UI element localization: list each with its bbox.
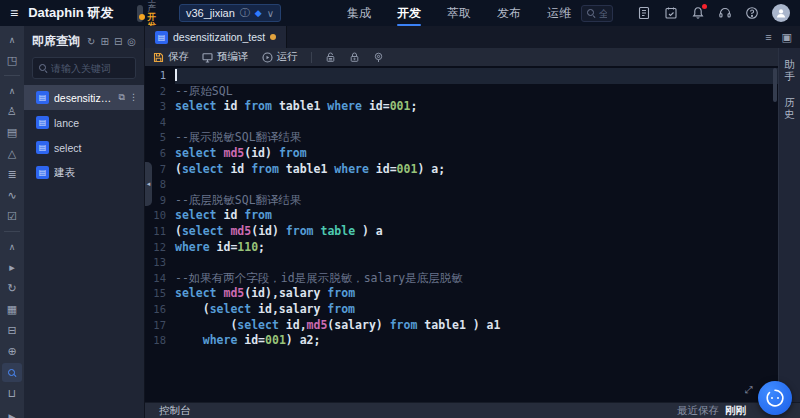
line-number: 1 [145, 68, 175, 84]
dashboard-icon[interactable]: ▦ [2, 300, 22, 319]
code-line[interactable]: 1 [145, 68, 778, 84]
code-line[interactable]: 18 where id=001) a2; [145, 333, 778, 349]
search-icon [587, 9, 595, 17]
code-line[interactable]: 12where id=110; [145, 240, 778, 256]
nav-item-2[interactable]: 开发 [397, 0, 421, 26]
code-line[interactable]: 17 (select id,md5(salary) from table1 ) … [145, 318, 778, 334]
help-icon[interactable] [745, 6, 759, 20]
precompile-button[interactable]: 预编译 [202, 50, 249, 64]
line-number: 11 [145, 224, 175, 240]
layers-icon[interactable]: ≣ [2, 165, 22, 184]
sync-icon[interactable]: ↻ [2, 279, 22, 298]
code-line[interactable]: 13 [145, 255, 778, 271]
editor-tabbar: ▤ desensitization_test ≡ ▣ [145, 26, 800, 48]
unsaved-dot [270, 34, 276, 40]
line-number: 14 [145, 271, 175, 287]
project-select[interactable]: v36_jixian ⓘ ◆ ∨ [179, 4, 281, 22]
file-item[interactable]: ▤desensitization_test⧉⋮ [24, 85, 144, 110]
code-line[interactable]: 6select md5(id) from [145, 146, 778, 162]
editor-tab[interactable]: ▤ desensitization_test [145, 26, 287, 48]
panel-collapse-handle[interactable]: ◂ [145, 162, 152, 206]
avatar[interactable] [772, 4, 790, 22]
locate-pin-icon[interactable] [373, 52, 384, 63]
code-line[interactable]: 2--原始SQL [145, 84, 778, 100]
nav-item-5[interactable]: 运维 [547, 0, 571, 26]
expand-rail-icon[interactable]: ▶ [2, 407, 22, 418]
new-folder-icon[interactable]: ⊟ [114, 36, 122, 47]
doc-list-icon[interactable] [637, 6, 651, 20]
send-icon[interactable]: △ [2, 144, 22, 163]
right-tab-1[interactable]: 助 手 [784, 58, 795, 82]
sidebar-search-input[interactable] [51, 63, 129, 74]
file-item[interactable]: ▤建表⧉⋮ [24, 160, 144, 185]
file-name: select [54, 142, 138, 154]
fullscreen-icon[interactable]: ⤢ [745, 384, 753, 396]
chart-icon[interactable]: ▤ [2, 123, 22, 142]
file-icon: ▤ [36, 141, 49, 154]
run-icon [262, 52, 273, 63]
code-line[interactable]: 4 [145, 115, 778, 131]
line-number: 16 [145, 302, 175, 318]
project-select-value: v36_jixian [186, 7, 235, 19]
code-line[interactable]: 7(select id from table1 where id=001) a; [145, 162, 778, 178]
new-file-icon[interactable]: ⊞ [100, 36, 108, 47]
code-line[interactable]: 9--底层脱敏SQL翻译结果 [145, 193, 778, 209]
target-icon[interactable]: ⊕ [2, 342, 22, 361]
sidebar-search[interactable] [32, 57, 136, 79]
tab-list-icon[interactable]: ≡ [765, 31, 771, 44]
hamburger-menu-icon[interactable]: ≡ [10, 5, 18, 21]
file-list: ▤desensitization_test⧉⋮▤lance⧉⋮▤select⧉⋮… [24, 85, 144, 185]
user-icon[interactable]: ♙ [2, 102, 22, 121]
trash-icon[interactable]: ⊔ [2, 384, 22, 403]
notification-dot [702, 4, 707, 9]
code-line[interactable]: 16 (select id,salary from [145, 302, 778, 318]
check-icon[interactable]: ☑ [2, 207, 22, 226]
layout-icon[interactable]: ▣ [782, 31, 792, 44]
line-number: 13 [145, 255, 175, 271]
adhoc-search-icon[interactable] [2, 363, 22, 382]
bell-icon[interactable] [691, 6, 705, 20]
code-line[interactable]: 3select id from table1 where id=001; [145, 99, 778, 115]
global-search-input[interactable] [599, 8, 607, 19]
run-button[interactable]: 运行 [262, 50, 298, 64]
terminal-icon[interactable]: ▸ [2, 258, 22, 277]
nav-item-3[interactable]: 萃取 [447, 0, 471, 26]
code-line[interactable]: 15select md5(id),salary from [145, 286, 778, 302]
rail-divider [4, 75, 20, 76]
steal-lock-icon[interactable] [325, 52, 336, 63]
assistant-button[interactable] [758, 381, 792, 415]
collapse-group2-icon[interactable]: ∧ [2, 237, 22, 256]
code-line[interactable]: 14--如果有两个字段，id是展示脱敏，salary是底层脱敏 [145, 271, 778, 287]
code-line[interactable]: 11(select md5(id) from table ) a [145, 224, 778, 240]
nav-item-1[interactable]: 集成 [347, 0, 371, 26]
collapse-top-icon[interactable]: ∧ [2, 30, 22, 49]
calendar-icon[interactable] [664, 6, 678, 20]
save-button[interactable]: 保存 [153, 50, 189, 64]
editor-scrollbar[interactable] [773, 68, 777, 102]
nav-item-4[interactable]: 发布 [497, 0, 521, 26]
copy-icon[interactable]: ⧉ [119, 92, 125, 103]
code-editor[interactable]: 12--原始SQL3select id from table1 where id… [145, 66, 778, 402]
inbox-icon[interactable]: ⊟ [2, 321, 22, 340]
global-search[interactable] [581, 5, 613, 22]
last-saved-label: 最近保存 [677, 404, 719, 418]
right-tab-2[interactable]: 历 史 [784, 96, 795, 120]
collapse-group-icon[interactable]: ∧ [2, 81, 22, 100]
file-item[interactable]: ▤lance⧉⋮ [24, 110, 144, 135]
lock-icon[interactable] [349, 52, 360, 63]
refresh-icon[interactable]: ↻ [87, 36, 95, 47]
editor-toolbar: 保存 预编译 运行 [145, 48, 778, 66]
trend-icon[interactable]: ∿ [2, 186, 22, 205]
file-item[interactable]: ▤select⧉⋮ [24, 135, 144, 160]
code-line[interactable]: 10select id from [145, 208, 778, 224]
console-toggle[interactable]: 控制台 [159, 404, 191, 418]
notebook-icon[interactable]: ◳ [2, 51, 22, 70]
env-toggle-switch[interactable] [137, 5, 143, 22]
headset-icon[interactable] [718, 6, 732, 20]
code-line[interactable]: 5--展示脱敏SQL翻译结果 [145, 130, 778, 146]
info-icon[interactable]: ⓘ [240, 6, 250, 20]
code-line[interactable]: 8 [145, 177, 778, 193]
locate-icon[interactable]: ◎ [127, 36, 136, 47]
more-icon[interactable]: ⋮ [129, 92, 138, 103]
line-number: 2 [145, 84, 175, 100]
